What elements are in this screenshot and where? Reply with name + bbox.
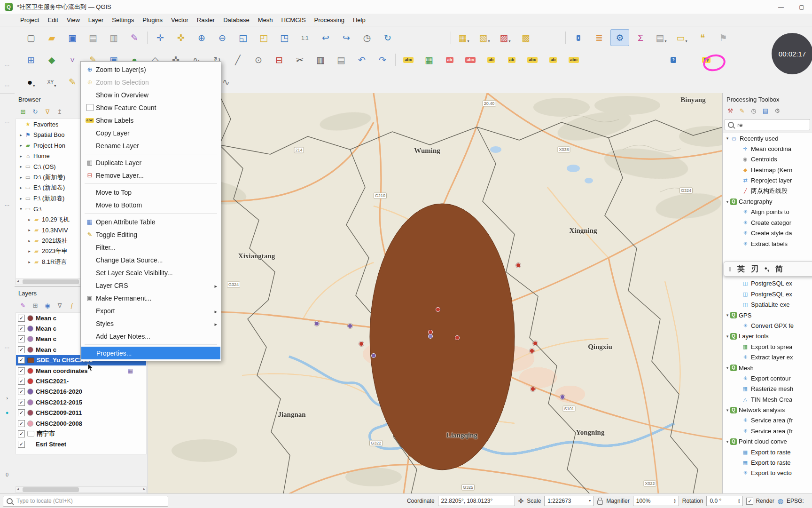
expander-icon[interactable]: ▸ xyxy=(26,228,32,232)
zoom-last-icon[interactable]: ↩ xyxy=(316,29,335,46)
toolbox-item[interactable]: ◉ Centroids xyxy=(723,154,812,165)
style-manager-icon[interactable]: ✎ xyxy=(125,29,144,46)
help-icon[interactable]: ? xyxy=(664,51,683,68)
menu-item-show-in-overview[interactable]: Show in Overview xyxy=(81,88,221,101)
new-project-icon[interactable]: ▢ xyxy=(22,29,40,46)
toolbox-item[interactable]: ◫ SpatiaLite exe xyxy=(723,299,812,310)
layer-checkbox[interactable] xyxy=(18,378,25,385)
expander-icon[interactable]: ▸ xyxy=(18,196,24,201)
toolbox-search-input[interactable]: re xyxy=(725,119,810,130)
menubar-item[interactable]: Plugins xyxy=(138,15,167,25)
toolbox-item[interactable]: ▦ Export to raste xyxy=(723,447,812,457)
menu-item-rename-layer[interactable]: Rename Layer xyxy=(81,139,221,152)
zoom-full-icon[interactable]: ◱ xyxy=(234,29,252,46)
new-print-layout-icon[interactable]: ▤ xyxy=(84,29,102,46)
magnifier-spinbox[interactable]: 100% xyxy=(633,496,679,506)
expander-icon[interactable]: ▸ xyxy=(26,217,32,222)
advanced-digitizing-pencil-icon[interactable]: ✎ xyxy=(63,74,82,91)
expander-icon[interactable]: ▾ xyxy=(18,206,24,211)
layer-labeling-icon[interactable]: abc xyxy=(399,51,418,68)
toolbox-item[interactable]: ✳ Create categor xyxy=(723,217,812,228)
menubar-item[interactable]: Layer xyxy=(84,15,108,25)
render-checkbox[interactable]: Render xyxy=(746,498,774,505)
expander-icon[interactable]: ▸ xyxy=(18,164,24,169)
coordinate-input[interactable]: 22.8205°, 108.0123° xyxy=(438,496,515,506)
layout-list-icon[interactable]: ▤ xyxy=(652,29,671,46)
toolbox-item[interactable]: ✳ Export contour xyxy=(723,373,812,383)
menu-item-set-layer-scale-visibility[interactable]: Set Layer Scale Visibility... xyxy=(81,266,221,279)
expander-icon[interactable]: ▸ xyxy=(18,185,24,190)
zoom-in-icon[interactable]: ⊕ xyxy=(192,29,211,46)
toolbox-item[interactable]: ✳ Align points to xyxy=(723,207,812,217)
bookmarks-icon[interactable]: ⚑ xyxy=(714,29,733,46)
open-project-icon[interactable]: ▰ xyxy=(42,29,61,46)
edit-in-place-icon[interactable]: ⚙ xyxy=(772,105,783,116)
zoom-next-icon[interactable]: ↪ xyxy=(337,29,356,46)
toolbox-item[interactable]: ◆ Heatmap (Kern xyxy=(723,165,812,175)
redo-icon[interactable]: ↷ xyxy=(373,51,392,68)
layer-checkbox[interactable] xyxy=(18,325,25,332)
statistical-summary-icon[interactable]: ≣ xyxy=(590,29,609,46)
maximize-button[interactable]: ▢ xyxy=(791,0,812,14)
layer-item[interactable]: Esri Street xyxy=(16,439,146,450)
layer-checkbox[interactable] xyxy=(18,346,25,353)
save-project-icon[interactable]: ▣ xyxy=(63,29,82,46)
layer-checkbox[interactable] xyxy=(18,409,25,416)
layer-checkbox[interactable] xyxy=(18,357,25,364)
refresh-map-icon[interactable]: ↻ xyxy=(378,29,397,46)
zoom-to-selection-icon[interactable]: ◰ xyxy=(254,29,273,46)
layer-checkbox[interactable] xyxy=(18,430,25,437)
menubar-item[interactable]: View xyxy=(62,15,84,25)
ime-mode-button[interactable]: 刃 xyxy=(751,264,758,274)
current-edits-icon[interactable]: ● xyxy=(22,74,40,91)
browser-filter-icon[interactable]: ∇ xyxy=(42,106,53,117)
ime-toolbar[interactable]: 英刃•,简 xyxy=(724,262,812,277)
toolbox-item[interactable]: ✳ Service area (fr xyxy=(723,415,812,426)
models-icon[interactable]: ⚒ xyxy=(725,105,736,116)
manage-themes-icon[interactable]: ◉ xyxy=(42,300,53,310)
map-canvas[interactable]: 20.40X038214G210G324G324S101G322G325X022… xyxy=(148,93,723,494)
menubar-item[interactable]: Project xyxy=(16,15,43,25)
ime-mode-button[interactable]: •, xyxy=(765,264,769,274)
menu-item-add-layer-notes[interactable]: Add Layer Notes... xyxy=(81,330,221,342)
layer-styling-icon[interactable]: ✎ xyxy=(17,300,29,310)
crs-icon[interactable]: ◍ xyxy=(778,497,783,505)
menu-item-change-data-source[interactable]: Change Data Source... xyxy=(81,254,221,266)
add-group-icon[interactable]: ⊞ xyxy=(30,300,41,310)
data-source-manager-icon[interactable]: ⊞ xyxy=(22,51,40,68)
layer-item[interactable]: 南宁市 xyxy=(16,429,146,439)
layer-checkbox[interactable] xyxy=(18,367,25,374)
scripts-icon[interactable]: ✎ xyxy=(736,105,748,116)
delete-selected-icon[interactable]: ⊟ xyxy=(270,51,289,68)
menubar-item[interactable]: Mesh xyxy=(254,15,277,25)
temporal-controller-icon[interactable]: ◷ xyxy=(358,29,376,46)
undo-icon[interactable]: ↶ xyxy=(352,51,371,68)
layer-diagram-icon[interactable]: ▦ xyxy=(420,51,438,68)
toolbox-item[interactable]: ◫ PostgreSQL ex xyxy=(723,278,812,289)
toolbox-item[interactable]: ⇄ Reproject layer xyxy=(723,175,812,186)
layer-item[interactable]: CHSC2009-2011 xyxy=(16,408,146,418)
expander-icon[interactable]: ▸ xyxy=(26,238,32,243)
layer-checkbox[interactable] xyxy=(18,388,25,395)
processing-toolbox-icon[interactable]: ⚙ xyxy=(610,29,629,46)
layer-item[interactable]: CHSC2016-2020 xyxy=(16,387,146,397)
toolbox-item[interactable]: ✳ Convert GPX fe xyxy=(723,320,812,331)
toolbox-item[interactable]: ✳ Extract layer ex xyxy=(723,352,812,362)
toolbox-group[interactable]: ▾ ◷ Recently used xyxy=(723,133,812,143)
rotation-spinbox[interactable]: 0.0 ° xyxy=(706,496,743,506)
spinner-arrows-icon[interactable] xyxy=(674,498,676,504)
layers-horizontal-scrollbar[interactable] xyxy=(16,486,147,493)
menu-item-export[interactable]: Export xyxy=(81,304,221,317)
expander-icon[interactable]: ▾ xyxy=(725,439,730,444)
expander-icon[interactable]: ▸ xyxy=(18,175,24,180)
toolbox-item[interactable]: ▦ Export to raste xyxy=(723,457,812,468)
layout-manager-icon[interactable]: ▥ xyxy=(104,29,123,46)
toolbox-item[interactable]: ✳ Extract labels xyxy=(723,238,812,249)
zoom-out-icon[interactable]: ⊖ xyxy=(213,29,232,46)
zoom-to-layer-icon[interactable]: ◳ xyxy=(275,29,294,46)
filter-legend-icon[interactable]: ∇ xyxy=(54,300,65,310)
layer-checkbox[interactable] xyxy=(18,315,25,322)
locate-input[interactable]: Type to locate (Ctrl+K) xyxy=(3,496,168,507)
identify-features-icon[interactable]: i xyxy=(569,29,588,46)
menu-item-zoom-to-selection[interactable]: ⊕ Zoom to Selection xyxy=(81,76,221,88)
